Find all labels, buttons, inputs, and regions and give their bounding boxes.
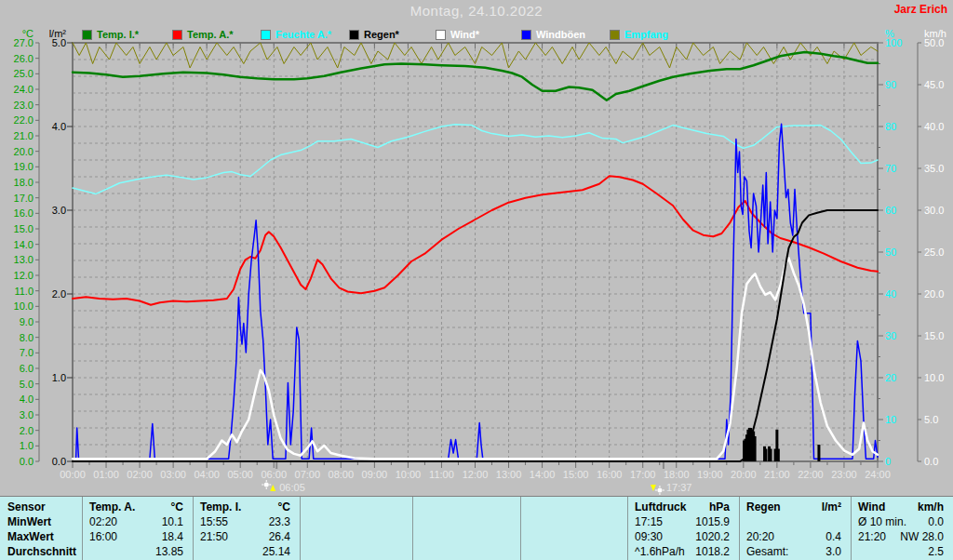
svg-text:18:00: 18:00 [664, 469, 690, 480]
sun-icon [262, 480, 271, 489]
svg-text:11:00: 11:00 [429, 469, 454, 480]
svg-text:13.0: 13.0 [14, 254, 34, 265]
svg-text:15.0: 15.0 [924, 330, 944, 341]
svg-text:20:00: 20:00 [731, 469, 757, 480]
svg-text:15:00: 15:00 [563, 469, 589, 480]
cell-value: 1015.9 [695, 515, 730, 528]
table-cell-wind: 2.5 [858, 545, 944, 558]
cell-time: 02:20 [89, 515, 117, 528]
cell-time: Temp. I. [200, 500, 241, 513]
svg-text:80: 80 [885, 121, 896, 132]
svg-text:02:00: 02:00 [127, 469, 153, 480]
svg-text:06:00: 06:00 [261, 469, 287, 480]
svg-text:25.0: 25.0 [14, 68, 34, 79]
table-cell-temp-a: 16:0018.4 [89, 530, 183, 543]
x-axis-labels: 00:0001:0002:0003:0004:0005:0006:0007:00… [60, 469, 891, 480]
cell-time: Wind [858, 500, 885, 513]
svg-text:2.0: 2.0 [52, 288, 66, 300]
svg-text:3.0: 3.0 [20, 409, 34, 420]
svg-text:08:00: 08:00 [329, 469, 355, 480]
series-windboeen [73, 124, 878, 459]
table-header-temp-a: Temp. A.°C [89, 500, 183, 513]
rain-axis: 5.04.03.02.01.00.0l/m² [49, 28, 73, 467]
table-divider [300, 497, 301, 560]
table-cell-luftdruck: 17:151015.9 [635, 515, 730, 528]
svg-text:22.0: 22.0 [14, 114, 34, 126]
svg-text:17:00: 17:00 [630, 469, 656, 480]
svg-text:16.0: 16.0 [14, 207, 34, 219]
cell-value: 0.0 [928, 515, 944, 528]
table-cell-temp-a: 13.85 [89, 545, 183, 558]
table-divider [739, 497, 740, 560]
table-cell-temp-i: 21:5026.4 [200, 530, 290, 543]
svg-text:1.0: 1.0 [20, 440, 34, 451]
svg-text:7.0: 7.0 [20, 347, 34, 358]
svg-text:18.0: 18.0 [14, 177, 34, 188]
svg-text:16:00: 16:00 [597, 469, 623, 480]
cell-time: 21:50 [200, 530, 228, 543]
table-divider [412, 497, 413, 560]
cell-time: 16:00 [89, 530, 117, 543]
svg-text:23:00: 23:00 [831, 469, 857, 480]
cell-value: l/m² [822, 500, 841, 513]
svg-text:00:00: 00:00 [60, 469, 86, 480]
cell-value: 25.14 [262, 545, 290, 558]
table-cell-luftdruck: ^1.6hPa/h1018.2 [635, 545, 730, 558]
svg-text:19.0: 19.0 [14, 161, 34, 172]
svg-text:10:00: 10:00 [396, 469, 422, 480]
svg-text:90: 90 [885, 79, 896, 90]
table-cell-wind: 21:20NW 28.0 [858, 530, 944, 543]
table-row-label: MinWert [7, 515, 51, 528]
svg-text:20: 20 [885, 372, 896, 383]
cell-value: °C [171, 500, 183, 513]
weather-chart: 27.026.025.024.023.022.021.020.019.018.0… [0, 0, 953, 496]
svg-text:°C: °C [22, 28, 34, 39]
svg-text:%: % [885, 28, 894, 39]
chart-grid [73, 43, 878, 461]
temp-c-axis: 27.026.025.024.023.022.021.020.019.018.0… [14, 28, 39, 467]
svg-text:0.0: 0.0 [52, 456, 66, 467]
svg-text:10.0: 10.0 [924, 372, 944, 383]
svg-text:01:00: 01:00 [93, 469, 119, 480]
svg-text:l/m²: l/m² [49, 28, 67, 39]
cell-time: 20:20 [746, 530, 774, 543]
svg-text:5.0: 5.0 [20, 379, 34, 390]
cell-time: 17:15 [635, 515, 663, 528]
table-row-label: MaxWert [7, 530, 54, 543]
svg-text:24:00: 24:00 [865, 469, 891, 480]
svg-text:14.0: 14.0 [14, 239, 34, 250]
cell-time: 21:20 [858, 530, 886, 543]
svg-text:4.0: 4.0 [52, 121, 66, 132]
cell-time: 09:30 [635, 530, 663, 543]
svg-text:05:00: 05:00 [227, 469, 253, 480]
cell-value: 1018.2 [695, 545, 730, 558]
svg-text:17:37: 17:37 [666, 482, 692, 493]
svg-text:26.0: 26.0 [14, 53, 34, 64]
percent-axis: 1009080706050403020100% [878, 28, 902, 467]
cell-time: Regen [746, 500, 781, 513]
svg-text:07:00: 07:00 [295, 469, 321, 480]
rain-bars [743, 428, 820, 461]
table-cell-temp-i: 15:5523.3 [200, 515, 290, 528]
svg-text:70: 70 [885, 163, 896, 174]
table-divider [193, 497, 194, 560]
cell-time: Luftdruck [635, 500, 686, 513]
svg-text:6.0: 6.0 [20, 363, 34, 374]
svg-text:09:00: 09:00 [362, 469, 388, 480]
svg-text:11.0: 11.0 [14, 286, 34, 297]
svg-text:km/h: km/h [924, 28, 946, 39]
svg-text:5.0: 5.0 [924, 414, 938, 425]
svg-text:22:00: 22:00 [798, 469, 824, 480]
cell-value: 26.4 [269, 530, 290, 543]
svg-text:9.0: 9.0 [20, 316, 34, 327]
cell-time: Temp. A. [89, 500, 135, 513]
svg-text:12:00: 12:00 [463, 469, 489, 480]
svg-text:0.0: 0.0 [20, 456, 34, 467]
table-header-wind: Windkm/h [858, 500, 944, 513]
svg-text:8.0: 8.0 [20, 332, 34, 343]
arrow-up-icon [270, 485, 275, 491]
svg-text:15.0: 15.0 [14, 223, 34, 234]
cell-value: km/h [918, 500, 944, 513]
svg-text:0: 0 [885, 456, 891, 467]
cell-value: 10.1 [162, 515, 183, 528]
